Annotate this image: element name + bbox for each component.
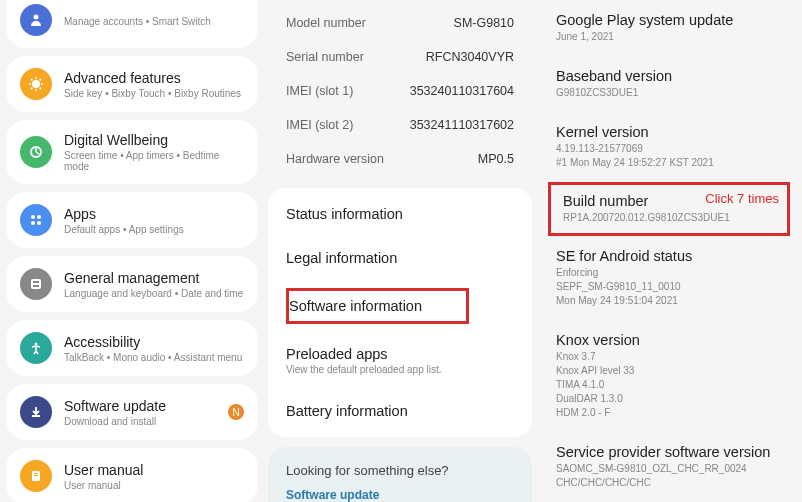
settings-sub: Screen time • App timers • Bedtime mode — [64, 150, 244, 172]
info-build-number[interactable]: Build numberRP1A.200720.012.G9810ZCS3DUE… — [548, 182, 790, 236]
svg-rect-12 — [34, 473, 38, 474]
info-service-provider[interactable]: Service provider software versionSAOMC_S… — [542, 432, 796, 502]
notification-badge: N — [228, 404, 244, 420]
about-phone-panel: Model numberSM-G9810 Serial numberRFCN30… — [264, 0, 536, 502]
svg-point-3 — [31, 215, 35, 219]
settings-title: Software update — [64, 398, 216, 414]
spec-row: Model numberSM-G9810 — [268, 6, 532, 40]
settings-title: User manual — [64, 462, 244, 478]
row-battery-info[interactable]: Battery information — [268, 389, 532, 433]
svg-point-0 — [34, 15, 39, 20]
row-software-info[interactable]: Software information — [268, 280, 532, 332]
info-card: Status information Legal information Sof… — [268, 188, 532, 437]
settings-item-advanced[interactable]: Advanced featuresSide key • Bixby Touch … — [6, 56, 258, 112]
svg-point-6 — [37, 221, 41, 225]
settings-item-accounts[interactable]: Manage accounts • Smart Switch — [6, 0, 258, 48]
software-update-icon — [20, 396, 52, 428]
settings-item-general[interactable]: General managementLanguage and keyboard … — [6, 256, 258, 312]
row-legal-info[interactable]: Legal information — [268, 236, 532, 280]
svg-rect-8 — [33, 281, 39, 283]
settings-title: Advanced features — [64, 70, 244, 86]
apps-icon — [20, 204, 52, 236]
looking-for: Looking for something else? Software upd… — [268, 447, 532, 502]
info-google-play[interactable]: Google Play system updateJune 1, 2021 — [542, 0, 796, 56]
settings-item-wellbeing[interactable]: Digital WellbeingScreen time • App timer… — [6, 120, 258, 184]
settings-item-accessibility[interactable]: AccessibilityTalkBack • Mono audio • Ass… — [6, 320, 258, 376]
annotation-click-7: Click 7 times — [705, 191, 779, 206]
general-icon — [20, 268, 52, 300]
software-info-panel: Google Play system updateJune 1, 2021 Ba… — [536, 0, 802, 502]
svg-point-1 — [32, 80, 40, 88]
settings-sub: Language and keyboard • Date and time — [64, 288, 244, 299]
settings-sub: Side key • Bixby Touch • Bixby Routines — [64, 88, 244, 99]
info-knox[interactable]: Knox versionKnox 3.7Knox API level 33TIM… — [542, 320, 796, 432]
svg-rect-7 — [31, 279, 41, 289]
settings-sub: Default apps • App settings — [64, 224, 244, 235]
spec-row: IMEI (slot 2)353241110317602 — [268, 108, 532, 142]
settings-list: Manage accounts • Smart Switch Advanced … — [0, 0, 264, 502]
spec-row: IMEI (slot 1)353240110317604 — [268, 74, 532, 108]
settings-item-user-manual[interactable]: User manualUser manual — [6, 448, 258, 502]
info-baseband[interactable]: Baseband versionG9810ZCS3DUE1 — [542, 56, 796, 112]
settings-title: Accessibility — [64, 334, 244, 350]
settings-title: Digital Wellbeing — [64, 132, 244, 148]
settings-title: General management — [64, 270, 244, 286]
svg-point-5 — [31, 221, 35, 225]
user-manual-icon — [20, 460, 52, 492]
info-se-android[interactable]: SE for Android statusEnforcingSEPF_SM-G9… — [542, 236, 796, 320]
svg-rect-13 — [34, 475, 38, 476]
svg-point-10 — [35, 343, 38, 346]
accessibility-icon — [20, 332, 52, 364]
looking-question: Looking for something else? — [286, 463, 514, 478]
spec-row: Hardware versionMP0.5 — [268, 142, 532, 176]
settings-title: Apps — [64, 206, 244, 222]
settings-sub: Download and install — [64, 416, 216, 427]
accounts-icon — [20, 4, 52, 36]
advanced-icon — [20, 68, 52, 100]
svg-point-4 — [37, 215, 41, 219]
settings-sub: User manual — [64, 480, 244, 491]
spec-row: Serial numberRFCN3040VYR — [268, 40, 532, 74]
settings-sub: Manage accounts • Smart Switch — [64, 16, 244, 27]
looking-link-software-update[interactable]: Software update — [286, 488, 514, 502]
row-preloaded-apps[interactable]: Preloaded appsView the default preloaded… — [268, 332, 532, 389]
settings-item-software-update[interactable]: Software updateDownload and install N — [6, 384, 258, 440]
row-status-info[interactable]: Status information — [268, 192, 532, 236]
wellbeing-icon — [20, 136, 52, 168]
svg-rect-9 — [33, 285, 39, 287]
settings-sub: TalkBack • Mono audio • Assistant menu — [64, 352, 244, 363]
info-kernel[interactable]: Kernel version4.19.113-21577069#1 Mon Ma… — [542, 112, 796, 182]
settings-item-apps[interactable]: AppsDefault apps • App settings — [6, 192, 258, 248]
